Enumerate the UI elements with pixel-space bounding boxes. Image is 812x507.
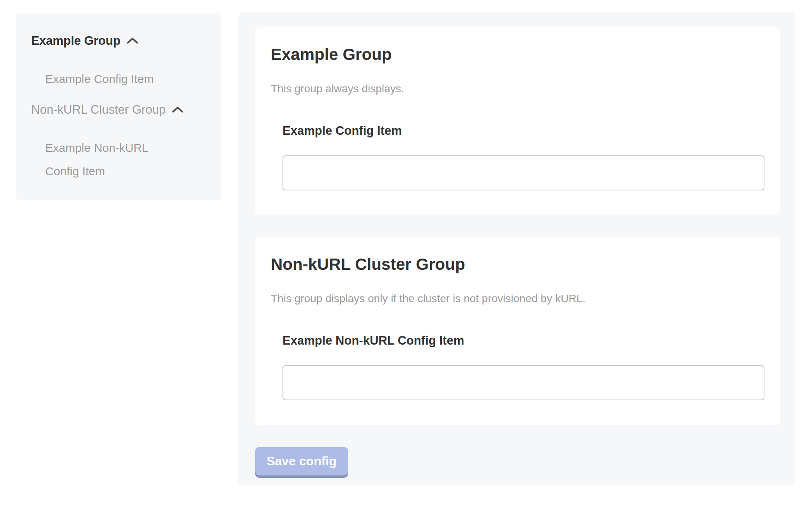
sidebar-item-example-config-item[interactable]: Example Config Item <box>45 67 174 91</box>
config-group-card-example-group: Example Group This group always displays… <box>255 27 780 215</box>
save-config-button[interactable]: Save config <box>255 447 348 475</box>
example-config-item-input[interactable] <box>282 155 764 190</box>
sidebar-item-example-non-kurl-config-item[interactable]: Example Non-kURL Config Item <box>45 136 174 183</box>
config-field: Example Config Item <box>282 123 764 190</box>
config-group-card-non-kurl-cluster-group: Non-kURL Cluster Group This group displa… <box>255 237 780 425</box>
config-nav-sidebar: Example Group Example Config Item Non-kU… <box>16 13 221 200</box>
config-field: Example Non-kURL Config Item <box>282 333 764 400</box>
field-label: Example Non-kURL Config Item <box>282 333 764 348</box>
group-title: Example Group <box>271 45 764 64</box>
group-description: This group displays only if the cluster … <box>271 292 764 305</box>
chevron-up-icon[interactable] <box>127 37 138 44</box>
sidebar-group-example-group[interactable]: Example Group <box>31 33 207 48</box>
sidebar-group-label: Example Group <box>31 33 120 48</box>
sidebar-group-non-kurl-cluster-group[interactable]: Non-kURL Cluster Group <box>31 102 207 117</box>
group-title: Non-kURL Cluster Group <box>271 255 764 274</box>
group-description: This group always displays. <box>271 82 764 95</box>
sidebar-group-label: Non-kURL Cluster Group <box>31 102 166 117</box>
example-non-kurl-config-item-input[interactable] <box>282 365 764 400</box>
chevron-up-icon[interactable] <box>172 106 184 113</box>
field-label: Example Config Item <box>282 123 764 138</box>
config-panel: Example Group This group always displays… <box>238 12 794 486</box>
